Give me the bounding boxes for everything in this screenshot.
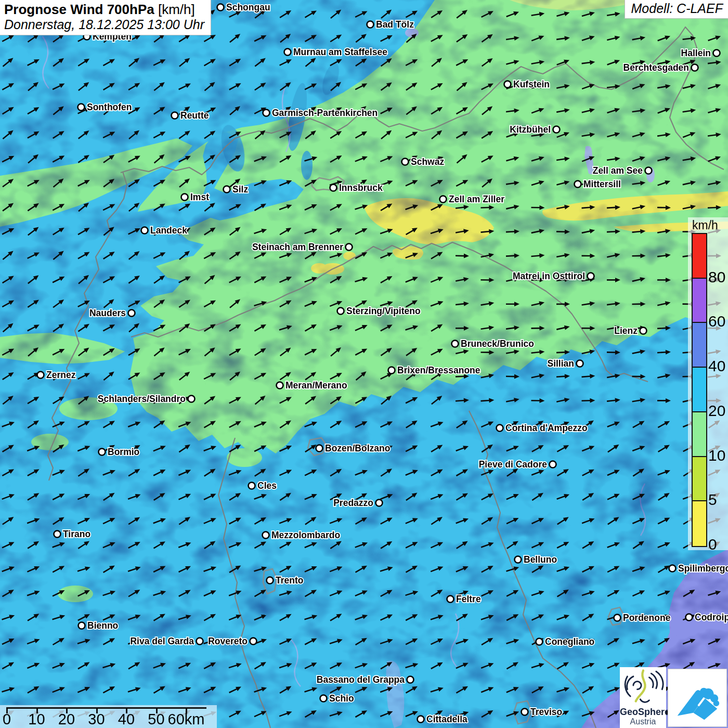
city-label: Schwaz — [411, 157, 444, 167]
city-marker — [224, 186, 230, 193]
city-bassano-del-grappa: Bassano del Grappa — [317, 674, 414, 685]
city-marker — [128, 310, 135, 317]
city-marker — [447, 596, 454, 603]
legend-block-20 — [693, 368, 706, 412]
legend-tick-label: 5 — [708, 492, 717, 508]
city-label: Lienz — [614, 326, 638, 336]
legend-tick-label: 80 — [708, 269, 725, 285]
city-marker — [669, 565, 676, 572]
legend-tick-label: 40 — [708, 358, 725, 374]
city-marker — [452, 341, 459, 347]
city-marker — [376, 500, 383, 506]
city-marker — [588, 273, 594, 280]
city-label: Matrei in Osttirol — [513, 271, 585, 281]
city-label: Cles — [257, 480, 277, 491]
city-label: Murnau am Staffelsee — [293, 47, 387, 57]
geosphere-logo-icon — [621, 667, 665, 705]
mountain-cloud-logo-icon — [672, 674, 722, 722]
city-marker — [320, 695, 327, 702]
city-silz: Silz — [224, 184, 249, 194]
city-zell-am-ziller: Zell am Ziller — [440, 194, 505, 204]
city-label: Kitzbühel — [510, 124, 551, 135]
city-mezzolombardo: Mezzolombardo — [263, 530, 341, 540]
city-marker — [640, 328, 647, 334]
city-marker — [141, 227, 148, 234]
city-marker — [713, 50, 720, 57]
city-label: Imst — [190, 192, 209, 202]
city-steinach-am-brenner: Steinach am Brenner — [252, 242, 353, 252]
city-label: Treviso — [530, 707, 562, 717]
city-label: Riva del Garda — [130, 636, 194, 646]
city-label: Garmisch-Partenkirchen — [272, 108, 378, 118]
city-sterzing-vipiteno: Sterzing/Vipiteno — [337, 306, 421, 316]
city-marker — [550, 461, 556, 468]
legend-block-10 — [693, 412, 706, 457]
city-marker — [277, 382, 283, 389]
city-marker — [217, 4, 224, 11]
title-box: Prognose Wind 700hPa [km/h] Donnerstag, … — [0, 0, 211, 35]
city-label: Rovereto — [208, 636, 248, 646]
city-schlanders-silandro: Schlanders/Silandro — [98, 394, 195, 404]
city-label: Bad Tölz — [376, 19, 414, 30]
city-matrei-in-osttirol: Matrei in Osttirol — [513, 271, 594, 281]
distance-scalebar: 0102030405060km — [0, 705, 217, 728]
city-label: Belluno — [524, 554, 557, 565]
city-marker — [692, 64, 698, 71]
city-marker — [267, 577, 274, 584]
city-marker — [577, 360, 583, 367]
city-marker — [686, 614, 693, 621]
city-label: Trento — [276, 575, 303, 586]
city-marker — [172, 112, 178, 119]
city-spilimbergo: Spilimbergo — [669, 563, 728, 574]
city-label: Predazzo — [333, 498, 373, 508]
model-label: Modell: C-LAEF — [625, 0, 728, 19]
city-marker — [497, 425, 503, 432]
city-label: Zernez — [46, 370, 76, 380]
wind-forecast-map-page: SchongauBad TölzKemptenMurnau am Staffel… — [0, 0, 728, 728]
geosphere-logo-text: GeoSphere — [620, 707, 666, 717]
city-marker — [37, 372, 44, 379]
city-label: Zell am Ziller — [449, 194, 504, 204]
title-text: Prognose Wind 700hPa — [4, 2, 154, 17]
city-marker — [575, 181, 581, 188]
legend-tick-label: 10 — [708, 448, 725, 463]
city-marker — [522, 709, 528, 716]
city-marker — [284, 49, 291, 56]
city-brixen-bressanone: Brixen/Bressanone — [388, 365, 480, 375]
city-label: Steinach am Brenner — [252, 242, 343, 252]
city-label: Schongau — [226, 2, 270, 12]
legend-tick-label: 60 — [708, 314, 725, 329]
city-label: Hallein — [681, 48, 711, 58]
legend-block-80 — [693, 234, 706, 279]
city-murnau-am-staffelsee: Murnau am Staffelsee — [284, 47, 388, 57]
city-marker — [330, 185, 337, 191]
city-marker — [418, 716, 424, 723]
city-label: Sonthofen — [87, 102, 132, 112]
city-garmisch-partenkirchen: Garmisch-Partenkirchen — [263, 108, 378, 118]
city-feltre: Feltre — [447, 594, 481, 604]
city-label: Zell am See — [593, 165, 643, 176]
geosphere-logo-box: GeoSphere Austria — [620, 667, 666, 728]
city-label: Bienno — [87, 620, 118, 631]
city-cortina-d-ampezzo: Cortina d'Ampezzo — [497, 423, 588, 433]
city-marker — [645, 167, 652, 174]
city-marker — [316, 445, 323, 452]
legend-block-40 — [693, 323, 706, 368]
city-marker — [553, 126, 560, 133]
city-label: Bassano del Grappa — [317, 674, 405, 685]
map-canvas: SchongauBad TölzKemptenMurnau am Staffel… — [0, 0, 728, 728]
city-label: Bozen/Bolzano — [325, 443, 390, 453]
legend-tick-label: 20 — [708, 403, 725, 419]
legend-block-5 — [693, 457, 706, 502]
city-marker — [99, 449, 106, 456]
city-label: Berchtesgaden — [623, 62, 689, 73]
city-marker — [250, 638, 257, 645]
city-marker — [188, 396, 195, 402]
city-pieve-di-cadore: Pieve di Cadore — [479, 459, 556, 470]
title-unit: [km/h] — [154, 2, 195, 17]
city-marker — [346, 244, 353, 251]
city-marker — [536, 639, 543, 645]
city-marker — [54, 531, 61, 538]
legend-color-ramp — [692, 233, 707, 547]
city-marker — [402, 159, 409, 165]
